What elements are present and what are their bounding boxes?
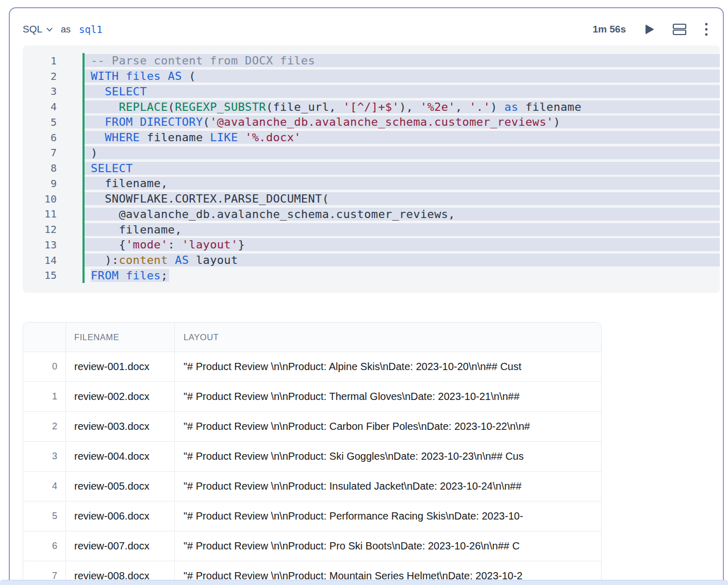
code-line[interactable]: 12 filename,	[23, 222, 720, 237]
code-line[interactable]: 8SELECT	[23, 160, 720, 176]
code-line[interactable]: 9 filename,	[23, 176, 720, 191]
line-number: 15	[23, 269, 82, 281]
table-row: 0review-001.docx"# Product Review \n\nPr…	[23, 352, 601, 381]
line-number: 11	[23, 208, 82, 220]
notebook-sql-cell: SQL as sql1 1m 56s	[9, 7, 724, 585]
line-number: 7	[23, 146, 82, 159]
line-number: 8	[23, 162, 82, 174]
language-selector[interactable]: SQL	[23, 24, 54, 35]
runtime-label: 1m 56s	[593, 24, 626, 35]
code-line[interactable]: 7)	[23, 145, 720, 161]
layout-cell[interactable]: "# Product Review \n\nProduct: Ski Goggl…	[175, 442, 601, 471]
line-number: 4	[23, 101, 82, 113]
code-line[interactable]: 5 FROM DIRECTORY('@avalanche_db.avalanch…	[23, 114, 720, 130]
code-line[interactable]: 2WITH files AS (	[23, 69, 720, 84]
code-line[interactable]: 13 {'mode': 'layout'}	[23, 237, 720, 253]
code-lines: 1-- Parse content from DOCX files2WITH f…	[23, 53, 720, 283]
code-line-content: SELECT	[85, 85, 720, 98]
code-line-content: SNOWFLAKE.CORTEX.PARSE_DOCUMENT(	[85, 192, 720, 205]
row-index-cell[interactable]: 1	[23, 382, 66, 411]
code-line-content: REPLACE(REGEXP_SUBSTR(file_url, '[^/]+$'…	[85, 101, 720, 113]
rows-layout-icon	[672, 23, 687, 36]
code-line-content: FROM DIRECTORY('@avalanche_db.avalanche_…	[85, 115, 720, 128]
filename-cell[interactable]: review-002.docx	[66, 382, 175, 411]
table-row: 1review-002.docx"# Product Review \n\nPr…	[23, 381, 601, 411]
cell-header-left: SQL as sql1	[23, 24, 103, 35]
code-line-content: @avalanche_db.avalanche_schema.customer_…	[85, 208, 720, 221]
layout-cell[interactable]: "# Product Review \n\nProduct: Pro Ski B…	[175, 531, 601, 561]
filename-cell[interactable]: review-007.docx	[66, 531, 175, 561]
sql-code-editor[interactable]: 1-- Parse content from DOCX files2WITH f…	[23, 45, 720, 293]
row-index-cell[interactable]: 4	[23, 472, 66, 501]
split-view-button[interactable]	[672, 23, 687, 36]
as-label: as	[61, 24, 71, 35]
line-number: 12	[23, 223, 82, 236]
code-line[interactable]: 6 WHERE filename LIKE '%.docx'	[23, 130, 720, 145]
layout-cell[interactable]: "# Product Review \n\nProduct: Performan…	[175, 502, 601, 531]
filename-cell[interactable]: review-003.docx	[66, 412, 175, 441]
code-line[interactable]: 3 SELECT	[23, 84, 720, 99]
layout-cell[interactable]: "# Product Review \n\nProduct: Alpine Sk…	[175, 352, 601, 381]
code-line-content: SELECT	[85, 162, 720, 175]
line-number: 3	[23, 85, 82, 97]
line-number: 6	[23, 131, 82, 144]
row-index-cell[interactable]: 6	[23, 531, 66, 561]
code-line[interactable]: 14 ):content AS layout	[23, 253, 720, 268]
row-index-column-header	[23, 323, 66, 352]
code-line-content: filename,	[85, 223, 720, 236]
table-row: 4review-005.docx"# Product Review \n\nPr…	[23, 471, 601, 501]
code-line-content: ):content AS layout	[85, 254, 720, 266]
line-number: 1	[23, 55, 82, 67]
filename-cell[interactable]: review-001.docx	[66, 352, 175, 381]
chevron-down-icon	[45, 25, 54, 34]
cell-name[interactable]: sql1	[79, 24, 103, 35]
code-line-content: FROM files;	[85, 269, 720, 282]
column-header-layout[interactable]: LAYOUT	[175, 323, 601, 352]
code-line[interactable]: 10 SNOWFLAKE.CORTEX.PARSE_DOCUMENT(	[23, 191, 720, 207]
column-header-filename[interactable]: FILENAME	[66, 323, 175, 352]
line-number: 10	[23, 193, 82, 205]
table-row: 5review-006.docx"# Product Review \n\nPr…	[23, 501, 601, 531]
row-index-cell[interactable]: 0	[23, 352, 66, 381]
kebab-menu-icon	[704, 22, 708, 37]
cell-header-controls: 1m 56s	[593, 22, 715, 37]
filename-cell[interactable]: review-004.docx	[66, 442, 175, 471]
table-row: 2review-003.docx"# Product Review \n\nPr…	[23, 411, 601, 441]
layout-cell[interactable]: "# Product Review \n\nProduct: Insulated…	[175, 472, 601, 501]
results-table-header: FILENAME LAYOUT	[23, 323, 601, 352]
code-line[interactable]: 1-- Parse content from DOCX files	[23, 53, 720, 69]
line-number: 5	[23, 116, 82, 128]
language-label: SQL	[23, 24, 42, 35]
more-options-button[interactable]	[704, 22, 708, 37]
code-line[interactable]: 11 @avalanche_db.avalanche_schema.custom…	[23, 207, 720, 222]
line-number: 2	[23, 70, 82, 82]
code-line-content: {'mode': 'layout'}	[85, 238, 720, 251]
code-line-content: )	[85, 146, 720, 159]
code-line-content: filename,	[85, 177, 720, 190]
row-index-cell[interactable]: 3	[23, 442, 66, 471]
code-line-content: -- Parse content from DOCX files	[85, 54, 720, 67]
code-line[interactable]: 4 REPLACE(REGEXP_SUBSTR(file_url, '[^/]+…	[23, 99, 720, 114]
results-table: FILENAME LAYOUT 0review-001.docx"# Produ…	[23, 322, 602, 585]
filename-cell[interactable]: review-005.docx	[66, 472, 175, 501]
code-line-content: WHERE filename LIKE '%.docx'	[85, 131, 720, 144]
line-number: 9	[23, 177, 82, 190]
code-line[interactable]: 15FROM files;	[23, 268, 720, 283]
table-row: 6review-007.docx"# Product Review \n\nPr…	[23, 531, 601, 561]
row-index-cell[interactable]: 2	[23, 412, 66, 441]
row-index-cell[interactable]: 5	[23, 502, 66, 531]
layout-cell[interactable]: "# Product Review \n\nProduct: Thermal G…	[175, 382, 601, 411]
cell-header: SQL as sql1 1m 56s	[10, 8, 723, 45]
layout-cell[interactable]: "# Product Review \n\nProduct: Carbon Fi…	[175, 412, 601, 441]
play-icon	[644, 24, 655, 35]
run-cell-button[interactable]	[644, 24, 655, 35]
results-table-body: 0review-001.docx"# Product Review \n\nPr…	[23, 352, 601, 585]
table-row: 3review-004.docx"# Product Review \n\nPr…	[23, 441, 601, 471]
code-line-content: WITH files AS (	[85, 70, 720, 82]
filename-cell[interactable]: review-006.docx	[66, 502, 175, 531]
next-cell-top-edge	[0, 580, 728, 585]
line-number: 13	[23, 239, 82, 251]
line-number: 14	[23, 254, 82, 266]
